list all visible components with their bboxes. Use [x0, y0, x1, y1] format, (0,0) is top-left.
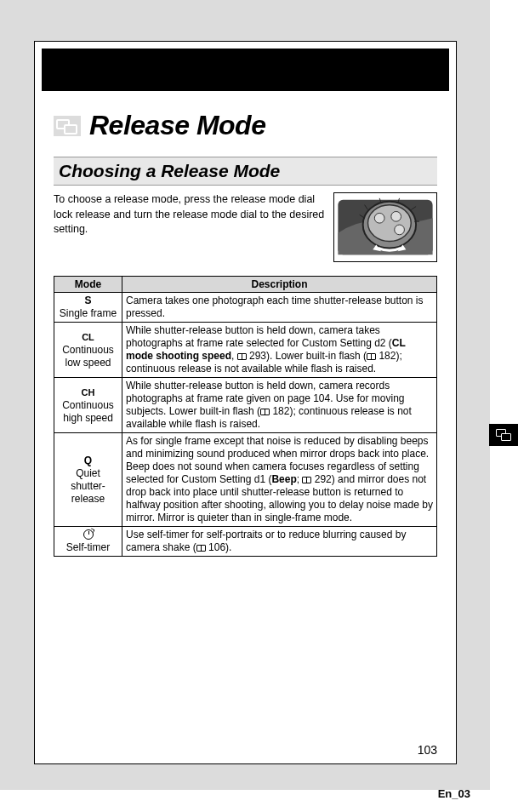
desc-cell: Camera takes one photograph each time sh… [122, 293, 437, 323]
mode-cell: S Single frame [54, 293, 122, 323]
mode-symbol: S [84, 294, 91, 306]
chapter-body: Release Mode Choosing a Release Mode To … [35, 91, 456, 763]
footer-label: En_03 [438, 787, 470, 800]
intro-text: To choose a release mode, press the rele… [54, 192, 325, 262]
mode-label: Continuous low speed [62, 344, 114, 369]
table-header-mode: Mode [54, 277, 122, 293]
desc-cell: While shutter-release button is held dow… [122, 378, 437, 433]
mode-symbol: CL [82, 332, 94, 342]
table-row: S Single frame Camera takes one photogra… [54, 293, 437, 323]
intro-row: To choose a release mode, press the rele… [54, 192, 437, 262]
table-row: Q Quiet shutter-release As for single fr… [54, 433, 437, 527]
mode-table: Mode Description S Single frame Camera t… [54, 276, 437, 557]
svg-point-2 [368, 205, 412, 242]
page-number: 103 [418, 743, 437, 757]
chapter-title: Release Mode [89, 110, 265, 141]
mode-label: Quiet shutter-release [71, 467, 105, 505]
table-header-description: Description [122, 277, 437, 293]
table-row: Self-timer Use self-timer for self-portr… [54, 527, 437, 557]
section-title-container: Choosing a Release Mode [54, 157, 437, 186]
svg-point-3 [374, 213, 384, 223]
desc-cell: Use self-timer for self-portraits or to … [122, 527, 437, 557]
side-tab [489, 424, 518, 446]
page-ref-icon [367, 353, 376, 360]
release-mode-tab-icon [496, 429, 511, 441]
mode-cell: Q Quiet shutter-release [54, 433, 122, 527]
section-title: Choosing a Release Mode [59, 161, 432, 181]
desc-cell: While shutter-release button is held dow… [122, 323, 437, 378]
self-timer-icon [83, 529, 94, 540]
svg-point-5 [395, 225, 405, 235]
mode-label: Self-timer [66, 541, 110, 553]
desc-cell: As for single frame except that noise is… [122, 433, 437, 527]
mode-cell: CL Continuous low speed [54, 323, 122, 378]
mode-cell: Self-timer [54, 527, 122, 557]
mode-cell: CH Continuous high speed [54, 378, 122, 433]
chapter-header-bar [42, 49, 449, 91]
table-row: CH Continuous high speed While shutter-r… [54, 378, 437, 433]
page-content: Release Mode Choosing a Release Mode To … [34, 41, 457, 764]
mode-label: Continuous high speed [62, 399, 114, 424]
chapter-title-row: Release Mode [54, 110, 437, 141]
page-ref-icon [196, 545, 206, 552]
release-mode-icon [54, 116, 81, 136]
page-ref-icon [302, 477, 311, 483]
table-row: CL Continuous low speed While shutter-re… [54, 323, 437, 378]
mode-symbol: Q [84, 455, 92, 466]
mode-symbol: CH [82, 387, 95, 397]
mode-label: Single frame [60, 307, 117, 319]
page-ref-icon [260, 409, 270, 415]
mode-dial-illustration [333, 192, 437, 262]
page-ref-icon [237, 353, 247, 360]
svg-point-4 [391, 211, 401, 221]
